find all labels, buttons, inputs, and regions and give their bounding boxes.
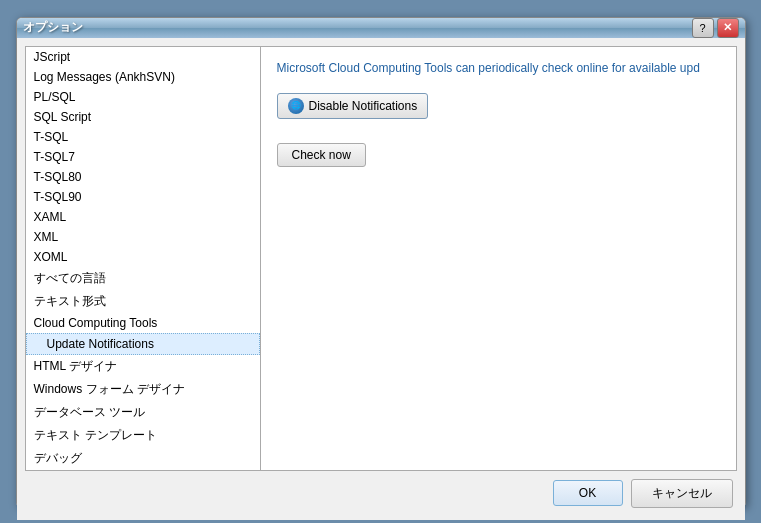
list-item[interactable]: テキスト テンプレート xyxy=(26,424,260,447)
right-panel: Microsoft Cloud Computing Tools can peri… xyxy=(261,47,736,470)
list-item[interactable]: XAML xyxy=(26,207,260,227)
cancel-button[interactable]: キャンセル xyxy=(631,479,733,508)
list-item[interactable]: デバッグ xyxy=(26,447,260,470)
list-item[interactable]: T-SQL7 xyxy=(26,147,260,167)
ok-button[interactable]: OK xyxy=(553,480,623,506)
check-now-label: Check now xyxy=(292,148,351,162)
list-item[interactable]: すべての言語 xyxy=(26,267,260,290)
footer: OK キャンセル xyxy=(25,471,737,512)
notification-icon: 🌐 xyxy=(288,98,304,114)
list-item[interactable]: Log Messages (AnkhSVN) xyxy=(26,67,260,87)
disable-notifications-button[interactable]: 🌐 Disable Notifications xyxy=(277,93,429,119)
list-item[interactable]: Update Notifications xyxy=(26,333,260,355)
title-bar: オプション ? ✕ xyxy=(17,18,745,38)
list-item[interactable]: T-SQL xyxy=(26,127,260,147)
list-item[interactable]: Windows フォーム デザイナ xyxy=(26,378,260,401)
options-window: オプション ? ✕ JScriptLog Messages (AnkhSVN)P… xyxy=(16,17,746,507)
list-item[interactable]: データベース ツール xyxy=(26,401,260,424)
disable-notifications-label: Disable Notifications xyxy=(309,99,418,113)
close-button[interactable]: ✕ xyxy=(717,18,739,38)
title-bar-buttons: ? ✕ xyxy=(692,18,739,38)
left-panel: JScriptLog Messages (AnkhSVN)PL/SQLSQL S… xyxy=(26,47,261,470)
content-area: JScriptLog Messages (AnkhSVN)PL/SQLSQL S… xyxy=(25,46,737,471)
list-item[interactable]: HTML デザイナ xyxy=(26,355,260,378)
list-item[interactable]: XML xyxy=(26,227,260,247)
list-item[interactable]: T-SQL90 xyxy=(26,187,260,207)
list-container[interactable]: JScriptLog Messages (AnkhSVN)PL/SQLSQL S… xyxy=(26,47,260,470)
list-item[interactable]: Cloud Computing Tools xyxy=(26,313,260,333)
check-now-button[interactable]: Check now xyxy=(277,143,366,167)
description-text: Microsoft Cloud Computing Tools can peri… xyxy=(277,59,720,77)
list-item[interactable]: SQL Script xyxy=(26,107,260,127)
list-item[interactable]: T-SQL80 xyxy=(26,167,260,187)
help-button[interactable]: ? xyxy=(692,18,714,38)
list-item[interactable]: PL/SQL xyxy=(26,87,260,107)
list-item[interactable]: テキスト形式 xyxy=(26,290,260,313)
list-item[interactable]: JScript xyxy=(26,47,260,67)
window-title: オプション xyxy=(23,19,692,36)
window-body: JScriptLog Messages (AnkhSVN)PL/SQLSQL S… xyxy=(17,38,745,520)
list-item[interactable]: XOML xyxy=(26,247,260,267)
